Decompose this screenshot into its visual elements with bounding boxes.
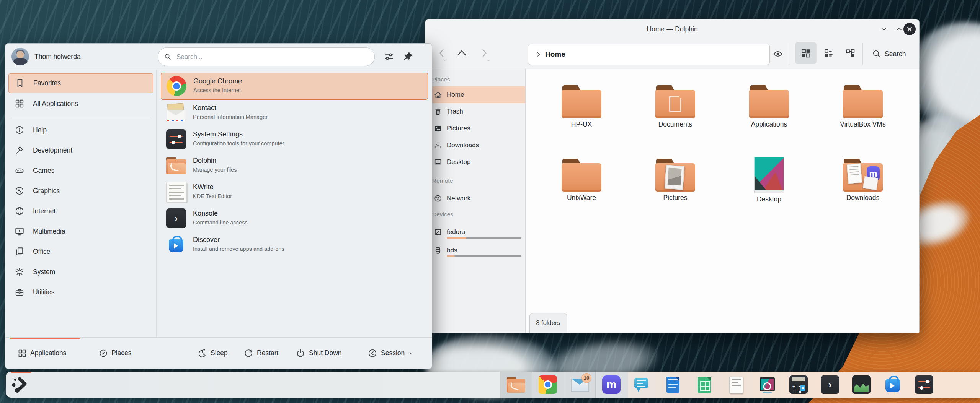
places-item-downloads[interactable]: Downloads	[425, 137, 525, 154]
sidebar-item-graphics[interactable]: Graphics	[5, 181, 156, 201]
toolbar-separator-2	[862, 43, 863, 65]
sleep-button[interactable]: Sleep	[197, 338, 228, 369]
places-panel: Places Home Trash Pictures	[425, 69, 526, 333]
calc-doc-task-icon[interactable]	[695, 375, 714, 394]
mastodon-task-icon[interactable]: m	[602, 375, 621, 394]
icons-view-button[interactable]	[795, 42, 817, 64]
remote-section-header: Remote	[432, 176, 453, 186]
places-item-pictures[interactable]: Pictures	[425, 120, 525, 137]
close-button[interactable]	[903, 23, 916, 35]
app-item-kwrite[interactable]: KWrite KDE Text Editor	[161, 179, 427, 205]
search-button[interactable]: Search	[885, 39, 906, 69]
avatar[interactable]	[11, 48, 29, 65]
application-launcher-button[interactable]	[10, 375, 29, 394]
desktop: Home — Dolphin Home	[0, 0, 980, 403]
sidebar-item-games[interactable]: Games	[5, 161, 156, 181]
discover-task-icon[interactable]	[884, 375, 902, 394]
download-icon	[434, 141, 442, 150]
dolphin-task-icon[interactable]	[507, 375, 525, 394]
sidebar-item-favorites[interactable]: Favorites	[8, 73, 153, 93]
compass-icon	[99, 349, 108, 358]
sidebar-item-development[interactable]: Development	[5, 140, 156, 161]
shutdown-button[interactable]: Shut Down	[296, 338, 342, 369]
system-settings-task-icon[interactable]	[915, 375, 933, 394]
image-icon	[434, 124, 442, 133]
sidebar-item-multimedia[interactable]: Multimedia	[5, 221, 156, 242]
kwrite-icon	[166, 182, 187, 203]
photo-emblem-icon	[665, 165, 684, 190]
writer-doc-task-icon[interactable]	[664, 375, 682, 394]
back-dropdown-icon[interactable]	[442, 57, 448, 63]
folder-item-unixware[interactable]: UnixWare	[543, 154, 620, 202]
app-item-system-settings[interactable]: System Settings Configuration tools for …	[161, 126, 427, 153]
places-item-bds[interactable]: bds	[425, 242, 525, 259]
system-monitor-icon	[852, 375, 871, 394]
spreadsheet-document-icon	[698, 377, 711, 393]
sidebar-item-utilities[interactable]: Utilities	[5, 282, 156, 302]
sidebar-item-help[interactable]: Help	[5, 120, 156, 140]
folder-item-virtualbox[interactable]: VirtualBox VMs	[825, 81, 901, 128]
search-input[interactable]	[176, 48, 369, 65]
sidebar-item-internet[interactable]: Internet	[5, 201, 156, 221]
tree-view-button[interactable]	[841, 42, 859, 64]
folder-item-desktop[interactable]: Desktop	[731, 154, 807, 203]
system-settings-icon	[166, 129, 186, 149]
session-button[interactable]: Session	[368, 338, 414, 369]
mail-task-icon[interactable]: 10	[570, 375, 589, 394]
chrome-icon	[539, 375, 557, 394]
places-item-trash[interactable]: Trash	[425, 103, 525, 120]
chat-task-icon[interactable]	[632, 375, 651, 394]
globe-icon	[15, 206, 24, 216]
location-bar[interactable]: Home	[528, 44, 770, 65]
folder-item-hpux[interactable]: HP-UX	[543, 81, 620, 128]
app-item-kontact[interactable]: Kontact Personal Information Manager	[161, 100, 427, 126]
maximize-button[interactable]	[895, 24, 904, 34]
places-item-fedora[interactable]: fedora	[425, 224, 525, 240]
sleep-moon-icon	[197, 348, 207, 358]
up-icon[interactable]	[455, 47, 468, 59]
konsole-task-icon[interactable]: ›	[821, 375, 839, 394]
document-emblem-icon	[669, 96, 681, 112]
launcher-search-box[interactable]	[158, 47, 375, 66]
folder-item-downloads[interactable]: m Downloads	[825, 154, 901, 202]
pin-button[interactable]	[403, 51, 413, 62]
chrome-task-icon[interactable]	[539, 375, 557, 394]
places-item-home[interactable]: Home	[425, 86, 525, 103]
launcher-header: Thom holwerda	[5, 44, 432, 70]
details-view-button[interactable]	[820, 42, 838, 64]
restart-button[interactable]: Restart	[243, 338, 278, 369]
app-item-dolphin[interactable]: Dolphin Manage your files	[161, 153, 427, 179]
sidebar-item-office[interactable]: Office	[5, 242, 156, 262]
app-item-discover[interactable]: Discover Install and remove apps and add…	[161, 232, 427, 258]
launcher-columns: Favorites All Applications Help Developm…	[5, 70, 432, 338]
minimize-button[interactable]	[879, 24, 889, 34]
folder-item-applications[interactable]: Applications	[731, 81, 807, 128]
spectacle-task-icon[interactable]	[758, 375, 776, 394]
hammer-icon	[15, 145, 24, 155]
preview-eye-icon[interactable]	[772, 49, 784, 59]
sidebar-item-system[interactable]: System	[5, 262, 156, 282]
chrome-icon	[167, 76, 186, 96]
home-icon	[434, 91, 442, 99]
configure-button[interactable]	[384, 51, 394, 62]
places-item-network[interactable]: Network	[425, 190, 525, 207]
sidebar-item-all-applications[interactable]: All Applications	[5, 94, 156, 114]
tab-applications[interactable]: Applications	[18, 338, 66, 369]
user-name: Thom holwerda	[34, 44, 81, 70]
chevron-down-icon	[879, 24, 889, 34]
forward-dropdown-icon[interactable]	[486, 57, 491, 63]
search-icon[interactable]	[872, 49, 882, 59]
text-doc-task-icon[interactable]	[727, 375, 745, 394]
tab-places[interactable]: Places	[99, 338, 132, 369]
system-monitor-task-icon[interactable]	[852, 375, 871, 394]
places-section-header: Places	[432, 74, 450, 85]
system-settings-icon	[915, 375, 933, 394]
folder-item-pictures[interactable]: Pictures	[637, 154, 714, 202]
places-item-desktop[interactable]: Desktop	[425, 154, 525, 171]
dolphin-titlebar[interactable]: Home — Dolphin	[425, 19, 919, 39]
app-item-chrome[interactable]: Google Chrome Access the Internet	[161, 73, 428, 100]
folder-item-documents[interactable]: Documents	[637, 81, 714, 128]
app-item-konsole[interactable]: › Konsole Command line access	[161, 205, 427, 232]
kcalc-task-icon[interactable]: +− ÷× =	[789, 375, 808, 394]
breadcrumb[interactable]: Home	[545, 44, 565, 65]
